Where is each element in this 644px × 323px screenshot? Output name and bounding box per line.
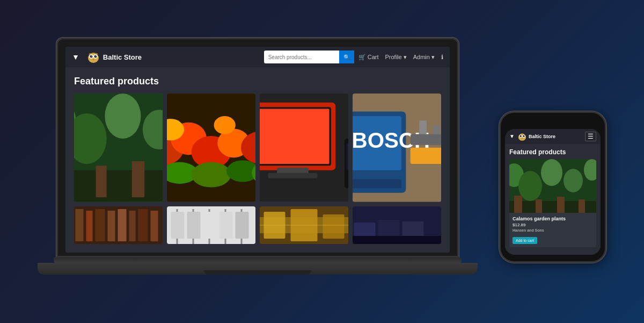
product-card-0: Calamos garden plants $12.89 Hansen and … <box>74 94 163 202</box>
admin-link[interactable]: Admin ▾ <box>413 54 435 61</box>
product-card-2: MKS laptop $499.98 Kassulke-Cole Add to … <box>260 94 348 202</box>
svg-rect-39 <box>268 173 317 178</box>
svg-rect-60 <box>138 209 148 241</box>
svg-point-3 <box>90 55 92 58</box>
phone-menu-button[interactable]: ☰ <box>585 132 596 141</box>
search-input[interactable] <box>264 54 339 60</box>
phone-product-info-0: Calamos garden plants $12.89 Hansen and … <box>509 213 596 247</box>
phone-logo: Baltic Store <box>517 131 583 142</box>
phone-product-card-0: Calamos garden plants $12.89 Hansen and … <box>509 159 596 247</box>
svg-point-32 <box>214 116 236 134</box>
svg-point-85 <box>518 134 526 141</box>
row2-image-3 <box>353 206 441 244</box>
svg-point-88 <box>519 135 522 137</box>
laptop-screen: ▼ <box>65 47 450 252</box>
featured-title: Featured products <box>74 76 441 87</box>
svg-rect-41 <box>346 143 348 170</box>
svg-rect-58 <box>118 209 127 241</box>
phone-logo-owl-icon <box>517 131 528 142</box>
filter-icon[interactable]: ▼ <box>72 53 79 61</box>
svg-rect-70 <box>203 212 217 239</box>
svg-point-95 <box>564 169 583 192</box>
phone-product-image-0 <box>509 159 596 213</box>
svg-rect-68 <box>171 212 185 239</box>
product-image-3: BOSCH <box>353 94 441 202</box>
svg-point-5 <box>91 56 92 56</box>
phone-store-content: Featured products <box>505 144 601 255</box>
phone-navbar: ▼ Baltic Store ☰ <box>505 129 601 144</box>
svg-point-28 <box>192 162 231 188</box>
laptop-store-content: Featured products <box>65 67 450 252</box>
svg-point-12 <box>105 94 141 139</box>
product-image-0 <box>74 94 163 202</box>
svg-rect-51 <box>419 121 426 134</box>
svg-rect-59 <box>129 211 136 241</box>
row2-image-2 <box>260 206 348 244</box>
svg-point-0 <box>88 53 99 63</box>
svg-rect-69 <box>187 212 201 239</box>
logo-owl-icon <box>86 49 101 64</box>
svg-point-4 <box>94 55 97 58</box>
product-image-1 <box>167 94 255 202</box>
products-row2 <box>74 206 441 244</box>
svg-point-89 <box>523 135 525 137</box>
phone-screen: ▼ Baltic Store ☰ Feat <box>505 129 601 255</box>
svg-rect-37 <box>260 109 330 164</box>
laptop-base <box>38 263 478 275</box>
laptop-hinge <box>54 257 462 263</box>
phone-device: ▼ Baltic Store ☰ Feat <box>499 111 606 263</box>
svg-rect-54 <box>76 209 84 241</box>
svg-point-94 <box>541 159 562 186</box>
svg-rect-49 <box>411 148 441 164</box>
svg-rect-52 <box>433 125 440 134</box>
products-grid: Calamos garden plants $12.89 Hansen and … <box>74 94 441 202</box>
product-card-3: BOSCH Maxim drill $354.99 <box>353 94 441 202</box>
svg-rect-77 <box>323 214 345 239</box>
scene: ▼ <box>38 38 606 285</box>
row2-image-0 <box>74 206 163 244</box>
svg-rect-56 <box>96 209 105 241</box>
laptop-device: ▼ <box>38 38 478 274</box>
cart-link[interactable]: 🛒 Cart <box>358 54 379 61</box>
profile-link[interactable]: Profile ▾ <box>385 54 407 61</box>
phone-logo-text: Baltic Store <box>529 134 555 139</box>
svg-rect-72 <box>236 212 249 239</box>
svg-rect-99 <box>536 199 542 213</box>
phone-add-to-cart-button-0[interactable]: Add to cart <box>513 237 537 244</box>
svg-rect-84 <box>353 236 441 244</box>
laptop-navbar: ▼ <box>65 47 450 67</box>
phone-product-vendor-0: Hansen and Sons <box>513 228 593 232</box>
svg-rect-101 <box>579 199 585 213</box>
svg-rect-17 <box>96 166 107 198</box>
row2-image-1 <box>167 206 255 244</box>
product-image-2 <box>260 94 348 202</box>
svg-rect-48 <box>353 180 401 189</box>
search-bar[interactable]: 🔍 <box>264 51 354 63</box>
svg-rect-55 <box>86 211 93 241</box>
svg-rect-15 <box>74 170 163 202</box>
svg-rect-50 <box>411 134 441 145</box>
product-card-1: Leading vegetables $5.45 LW & Bartoletti… <box>167 94 255 202</box>
svg-rect-98 <box>514 196 522 213</box>
search-button[interactable]: 🔍 <box>339 51 354 63</box>
svg-rect-61 <box>151 211 158 241</box>
info-icon[interactable]: ℹ <box>441 54 443 61</box>
phone-filter-icon[interactable]: ▼ <box>509 133 515 139</box>
svg-rect-71 <box>219 212 233 239</box>
phone-featured-title: Featured products <box>509 148 596 156</box>
svg-rect-18 <box>132 161 145 197</box>
laptop-bezel: ▼ <box>56 38 459 257</box>
phone-notch <box>537 119 569 126</box>
nav-right: 🛒 Cart Profile ▾ Admin ▾ ℹ <box>358 54 443 61</box>
laptop-logo: Baltic Store <box>86 49 260 64</box>
phone-product-price-0: $12.89 <box>513 222 593 227</box>
svg-rect-100 <box>557 197 565 213</box>
svg-point-6 <box>96 56 96 56</box>
laptop-logo-text: Baltic Store <box>103 53 142 61</box>
svg-rect-57 <box>108 211 115 241</box>
phone-product-name-0: Calamos garden plants <box>513 216 593 221</box>
